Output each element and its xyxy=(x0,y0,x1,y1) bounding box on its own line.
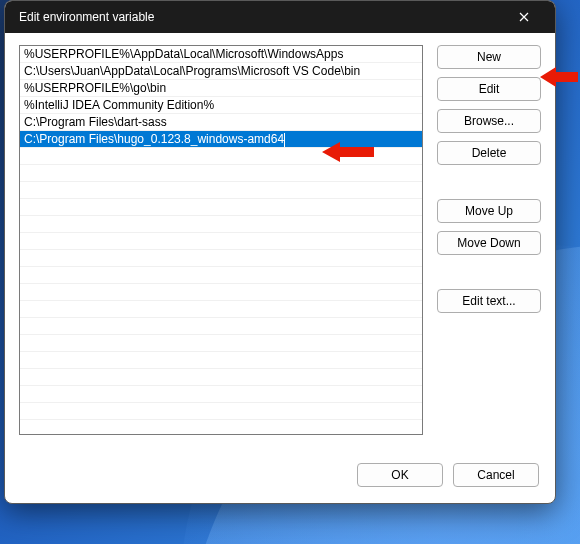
delete-button[interactable]: Delete xyxy=(437,141,541,165)
close-icon xyxy=(519,10,529,25)
move-down-button[interactable]: Move Down xyxy=(437,231,541,255)
list-item[interactable]: %USERPROFILE%\go\bin xyxy=(20,80,422,97)
new-button[interactable]: New xyxy=(437,45,541,69)
edit-env-var-dialog: Edit environment variable %USERPROFILE%\… xyxy=(4,0,556,504)
list-item-empty[interactable] xyxy=(20,318,422,335)
close-button[interactable] xyxy=(503,1,545,33)
move-up-button[interactable]: Move Up xyxy=(437,199,541,223)
list-item-empty[interactable] xyxy=(20,403,422,420)
cancel-button[interactable]: Cancel xyxy=(453,463,539,487)
list-item-empty[interactable] xyxy=(20,216,422,233)
list-item-empty[interactable] xyxy=(20,250,422,267)
list-item-empty[interactable] xyxy=(20,284,422,301)
list-item-empty[interactable] xyxy=(20,199,422,216)
ok-button[interactable]: OK xyxy=(357,463,443,487)
list-item-empty[interactable] xyxy=(20,165,422,182)
list-item-empty[interactable] xyxy=(20,335,422,352)
editing-text: C:\Program Files\hugo_0.123.8_windows-am… xyxy=(24,132,284,146)
list-item-empty[interactable] xyxy=(20,148,422,165)
list-item-editing[interactable]: C:\Program Files\hugo_0.123.8_windows-am… xyxy=(20,131,422,148)
list-item[interactable]: C:\Program Files\dart-sass xyxy=(20,114,422,131)
list-item-empty[interactable] xyxy=(20,301,422,318)
dialog-body: %USERPROFILE%\AppData\Local\Microsoft\Wi… xyxy=(5,33,555,449)
dialog-title: Edit environment variable xyxy=(19,10,503,24)
list-item-empty[interactable] xyxy=(20,369,422,386)
edit-text-button[interactable]: Edit text... xyxy=(437,289,541,313)
path-listbox[interactable]: %USERPROFILE%\AppData\Local\Microsoft\Wi… xyxy=(19,45,423,435)
list-item-empty[interactable] xyxy=(20,182,422,199)
list-item-empty[interactable] xyxy=(20,267,422,284)
list-item-empty[interactable] xyxy=(20,233,422,250)
edit-button[interactable]: Edit xyxy=(437,77,541,101)
list-item[interactable]: %IntelliJ IDEA Community Edition% xyxy=(20,97,422,114)
dialog-footer: OK Cancel xyxy=(5,449,555,503)
list-item-empty[interactable] xyxy=(20,352,422,369)
titlebar: Edit environment variable xyxy=(5,1,555,33)
browse-button[interactable]: Browse... xyxy=(437,109,541,133)
side-buttons: New Edit Browse... Delete Move Up Move D… xyxy=(437,45,541,449)
list-item[interactable]: %USERPROFILE%\AppData\Local\Microsoft\Wi… xyxy=(20,46,422,63)
list-item-empty[interactable] xyxy=(20,386,422,403)
list-item[interactable]: C:\Users\Juan\AppData\Local\Programs\Mic… xyxy=(20,63,422,80)
